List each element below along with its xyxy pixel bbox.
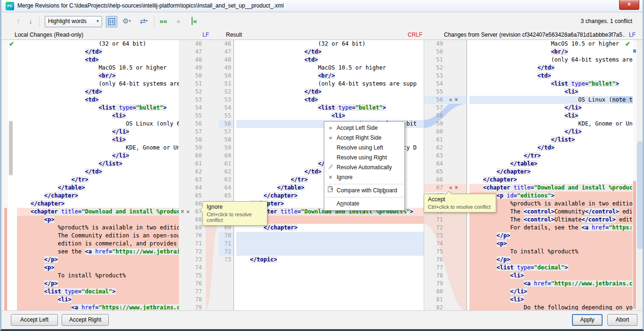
change-marker [633, 49, 636, 53]
right-editor[interactable]: MacOS 10.5 or higher <br/> (only 64-bit … [467, 40, 633, 310]
swap-arrows-icon: ⇄ [140, 17, 146, 25]
gutter-row-72: 72 [424, 224, 467, 232]
menu-item-compare-with-clipboard[interactable]: Compare with Clipboard [324, 186, 404, 196]
line-number: 53 [219, 96, 233, 104]
gutter-row-50: 50 [219, 72, 233, 80]
ignore-cross-icon[interactable]: × [455, 184, 458, 191]
line-number: 63 [219, 176, 233, 184]
gutter-row-62: 62 [424, 144, 467, 152]
line-number: 71 [179, 240, 206, 248]
resolve-change-icons[interactable]: «× [449, 184, 460, 192]
highlighting-mode-select[interactable]: Highlight words ▾ [45, 16, 102, 27]
next-change-button[interactable]: ↓ [25, 16, 36, 27]
resolve-change-icons[interactable]: «× [449, 96, 460, 104]
code-line-60: </li> [17, 152, 179, 160]
menu-item-resolve-using-right[interactable]: Resolve using Right [324, 153, 404, 163]
code-line-65: </chapter> [469, 168, 633, 176]
left-scrollbar-thumb[interactable] [9, 121, 13, 175]
right-line-separator-badge: LF [629, 32, 636, 38]
line-number: 72 [179, 248, 206, 256]
abort-button[interactable]: Abort [607, 314, 637, 326]
right-scrollbar-thumb[interactable] [637, 141, 643, 249]
code-line-50: <br/> [236, 72, 424, 80]
line-number: 48 [219, 56, 233, 64]
menu-item-resolve-using-left[interactable]: Resolve using Left [324, 143, 404, 153]
line-number: 55 [179, 112, 206, 120]
code-line-81: <li> [469, 296, 633, 304]
gutter-row-58: 58 [219, 136, 233, 144]
right-scrollbar[interactable] [636, 40, 644, 310]
accept-left-button[interactable]: Accept Left [11, 314, 58, 326]
gutter-row-48: 48 [219, 56, 233, 64]
menu-item-accept-right-side[interactable]: «Accept Right Side [324, 133, 404, 143]
accept-chevron-icon[interactable]: « [449, 184, 452, 191]
line-number: 47 [179, 48, 206, 56]
gutter-row-60: 60 [424, 128, 467, 136]
apply-nonconflicting-right-button[interactable]: « [189, 16, 200, 27]
clipboard-icon [328, 186, 334, 192]
code-line-78: <li> [17, 296, 179, 304]
line-number: 58 [179, 136, 206, 144]
line-number: 66 [424, 176, 443, 184]
line-number: 46 [179, 40, 206, 48]
apply-all-nonconflicting-left-button[interactable]: »« [158, 16, 169, 27]
menu-item-annotate[interactable]: Annotate [324, 199, 404, 209]
resolve-change-icons[interactable]: ×» [181, 208, 192, 216]
gutter-row-51: 51 [179, 80, 206, 88]
code-line-51: (only 64-bit systems are su [469, 56, 633, 64]
settings-button[interactable]: ⚙▾ [119, 16, 134, 27]
result-line-separator-badge: CRLF [408, 32, 422, 38]
menu-item-resolve-automatically[interactable]: Resolve Automatically [324, 163, 404, 173]
line-number: 67 [424, 184, 443, 192]
code-line-50: <br/> [17, 72, 179, 80]
gutter-row-51: 51 [424, 56, 467, 64]
accept-chevron-icon[interactable]: » [186, 208, 190, 215]
line-number: 55 [424, 88, 443, 96]
line-number: 73 [424, 232, 443, 240]
previous-change-button[interactable]: ↑ [13, 16, 24, 27]
code-line-68: <p> [17, 216, 179, 224]
code-line-49: MacOS 10.5 or higher [469, 40, 633, 48]
accept-right-button[interactable]: Accept Right [62, 314, 109, 326]
line-number: 68 [179, 216, 206, 224]
left-line-separator-badge: LF [202, 32, 209, 38]
apply-all-nonconflicting-disabled-button: » [173, 16, 184, 27]
line-number: 72 [219, 248, 233, 256]
ignore-cross-icon[interactable]: × [455, 96, 458, 103]
gutter-row-54: 54 [179, 104, 206, 112]
toolbar-separator [39, 16, 40, 27]
line-number: 73 [219, 256, 233, 264]
two-side-view-toggle[interactable] [106, 16, 117, 27]
menu-item-accept-left-side[interactable]: »Accept Left Side [324, 123, 404, 133]
gutter-row-59: 59 [179, 144, 206, 152]
menu-item-ignore[interactable]: ×Ignore [324, 173, 404, 182]
close-button[interactable]: × [619, 0, 639, 10]
gutter-row-58: 58 [424, 112, 467, 120]
right-line-numbers: 4950515253545556«×5758596061626364656667… [424, 40, 467, 310]
double-chevron-left-icon: « [329, 134, 332, 141]
apply-button[interactable]: Apply [572, 314, 603, 326]
code-line-54: <list type="bullet"> [236, 104, 424, 112]
gutter-row-79: 79 [424, 280, 467, 288]
line-number: 60 [179, 152, 206, 160]
caret-down-icon: ▾ [145, 19, 147, 23]
double-chevron-right-icon: » [177, 17, 180, 25]
line-number: 78 [424, 272, 443, 280]
code-line-64: </table> [17, 184, 179, 192]
code-line-52: </td> [469, 64, 633, 72]
gutter-row-71: 71 [179, 240, 206, 248]
menu-item-label: Resolve using Right [337, 153, 387, 163]
gutter-row-73: 73 [219, 256, 233, 264]
line-number: 51 [219, 80, 233, 88]
left-editor[interactable]: (32 or 64 bit) </td> <td> MacOS 10.5 or … [8, 40, 179, 310]
code-line-82: Do the following depending on your [469, 304, 633, 310]
tooltip-hint: Ctrl+click to resolve conflict [207, 212, 263, 223]
ignore-cross-icon[interactable]: × [181, 208, 184, 215]
compare-options-button[interactable]: ⇄▾ [136, 16, 151, 27]
line-number: 70 [219, 232, 233, 240]
accept-chevron-icon[interactable]: « [449, 96, 452, 103]
code-line-53: <td> [469, 72, 633, 80]
highlighting-mode-value: Highlight words [48, 18, 87, 24]
line-number: 51 [424, 56, 443, 64]
line-number: 70 [179, 232, 206, 240]
